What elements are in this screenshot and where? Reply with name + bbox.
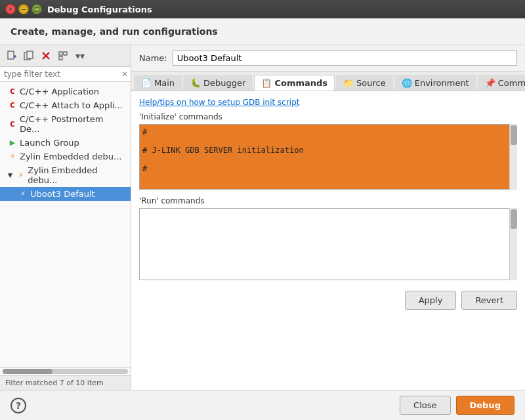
commands-tab-icon: 📋 — [261, 78, 272, 88]
tab-common[interactable]: 📌 Common — [478, 75, 525, 91]
run-label: 'Run' commands — [139, 196, 517, 205]
apply-revert-row: Apply Revert — [139, 287, 517, 310]
filter-input[interactable] — [3, 67, 121, 81]
name-label: Name: — [139, 53, 167, 63]
dialog-footer: ? Close Debug — [0, 390, 525, 420]
list-item-label: Zylin Embedded debu... — [28, 165, 125, 185]
dialog-body: ▾▾ ✕ C C/C++ Application C C/C++ Attach … — [0, 45, 525, 390]
close-window-btn[interactable]: ✕ — [5, 4, 16, 14]
list-item[interactable]: C C/C++ Postmortem De... — [0, 112, 131, 136]
apply-button[interactable]: Apply — [405, 291, 457, 310]
name-input[interactable] — [173, 51, 517, 66]
duplicate-config-button[interactable] — [21, 48, 37, 64]
environment-tab-icon: 🌐 — [402, 78, 412, 88]
tab-commands[interactable]: 📋 Commands — [254, 75, 335, 91]
list-item[interactable]: ⚡ Zylin Embedded debu... — [0, 150, 131, 163]
c-postmortem-icon: C — [8, 119, 17, 129]
filter-clear-button[interactable]: ✕ — [121, 70, 128, 79]
list-item-label: Launch Group — [20, 138, 79, 148]
more-options-button[interactable]: ▾▾ — [72, 48, 88, 64]
tab-source[interactable]: 📁 Source — [336, 75, 393, 91]
name-row: Name: — [131, 45, 525, 72]
tab-source-label: Source — [356, 78, 386, 88]
list-item[interactable]: ▶ Launch Group — [0, 136, 131, 150]
c-attach-icon: C — [8, 101, 17, 110]
init-scrollbar[interactable] — [509, 124, 517, 190]
list-item-label: C/C++ Postmortem De... — [20, 114, 125, 134]
svg-rect-4 — [27, 51, 33, 58]
zylin2-icon: ⚡ — [16, 171, 25, 180]
init-textarea[interactable]: # # J-LINK GDB SERVER initialization # — [139, 124, 517, 190]
run-scrollbar[interactable] — [509, 208, 517, 280]
svg-rect-8 — [64, 52, 67, 55]
filter-status: Filter matched 7 of 10 item — [0, 375, 131, 390]
init-label: 'Initialize' commands — [139, 112, 517, 121]
dialog: Create, manage, and run configurations ▾… — [0, 18, 525, 420]
left-panel: ▾▾ ✕ C C/C++ Application C C/C++ Attach … — [0, 45, 131, 390]
tab-main-label: Main — [154, 78, 175, 88]
help-button[interactable]: ? — [10, 398, 26, 413]
list-item[interactable]: ▼ ⚡ Zylin Embedded debu... — [0, 163, 131, 187]
dialog-title: Debug Configurations — [47, 5, 152, 14]
dialog-header: Create, manage, and run configurations — [0, 18, 525, 45]
list-item-label: C/C++ Attach to Appli... — [20, 100, 123, 110]
svg-rect-9 — [59, 56, 62, 60]
init-scrollbar-thumb — [511, 125, 517, 145]
source-tab-icon: 📁 — [343, 78, 354, 88]
run-scrollbar-thumb — [511, 209, 517, 229]
footer-buttons: Close Debug — [400, 396, 514, 415]
init-commands-area: 'Initialize' commands # # J-LINK GDB SER… — [139, 112, 517, 191]
list-item[interactable]: ⚡ Uboot3 Default — [0, 187, 131, 201]
tab-debugger[interactable]: 🐛 Debugger — [183, 75, 253, 91]
launch-group-icon: ▶ — [8, 138, 17, 148]
tab-environment-label: Environment — [415, 78, 469, 88]
tab-commands-label: Commands — [274, 78, 327, 88]
zylin1-icon: ⚡ — [8, 152, 17, 161]
help-link[interactable]: Help/tips on how to setup GDB init scrip… — [139, 98, 517, 107]
left-toolbar: ▾▾ — [0, 45, 131, 67]
dialog-subtitle: Create, manage, and run configurations — [10, 26, 514, 37]
uboot-icon: ⚡ — [18, 190, 28, 199]
svg-rect-7 — [59, 52, 62, 55]
minimize-window-btn[interactable]: − — [18, 4, 29, 14]
main-tab-icon: 📄 — [141, 78, 152, 88]
tab-bar: 📄 Main 🐛 Debugger 📋 Commands 📁 Source 🌐 — [131, 72, 525, 91]
tab-debugger-label: Debugger — [203, 78, 245, 88]
c-app-icon: C — [8, 87, 17, 96]
run-commands-area: 'Run' commands — [139, 196, 517, 282]
list-item-label: C/C++ Application — [20, 87, 99, 96]
window-controls[interactable]: ✕ − □ — [5, 4, 42, 14]
common-tab-icon: 📌 — [485, 78, 495, 88]
debugger-tab-icon: 🐛 — [190, 78, 201, 88]
expand-icon: ▼ — [8, 172, 12, 178]
tab-main[interactable]: 📄 Main — [134, 75, 182, 91]
svg-rect-0 — [8, 51, 14, 59]
tab-environment[interactable]: 🌐 Environment — [394, 75, 476, 91]
maximize-window-btn[interactable]: □ — [32, 4, 42, 14]
new-config-button[interactable] — [4, 48, 20, 64]
title-bar: ✕ − □ Debug Configurations — [0, 0, 525, 18]
run-textarea[interactable] — [139, 208, 517, 280]
content-area: Help/tips on how to setup GDB init scrip… — [131, 91, 525, 390]
filter-box[interactable]: ✕ — [0, 67, 131, 82]
tab-common-label: Common — [498, 78, 525, 88]
list-item[interactable]: C C/C++ Attach to Appli... — [0, 98, 131, 112]
close-button[interactable]: Close — [400, 396, 450, 415]
right-panel: Name: 📄 Main 🐛 Debugger 📋 Commands 📁 — [131, 45, 525, 390]
tree-items: C C/C++ Application C C/C++ Attach to Ap… — [0, 82, 131, 367]
collapse-all-button[interactable] — [55, 48, 71, 64]
list-item-label: Zylin Embedded debu... — [20, 152, 121, 161]
delete-config-button[interactable] — [38, 48, 54, 64]
list-item-label: Uboot3 Default — [30, 189, 95, 199]
revert-button[interactable]: Revert — [461, 291, 517, 310]
list-item[interactable]: C C/C++ Application — [0, 85, 131, 98]
debug-button[interactable]: Debug — [456, 396, 514, 415]
